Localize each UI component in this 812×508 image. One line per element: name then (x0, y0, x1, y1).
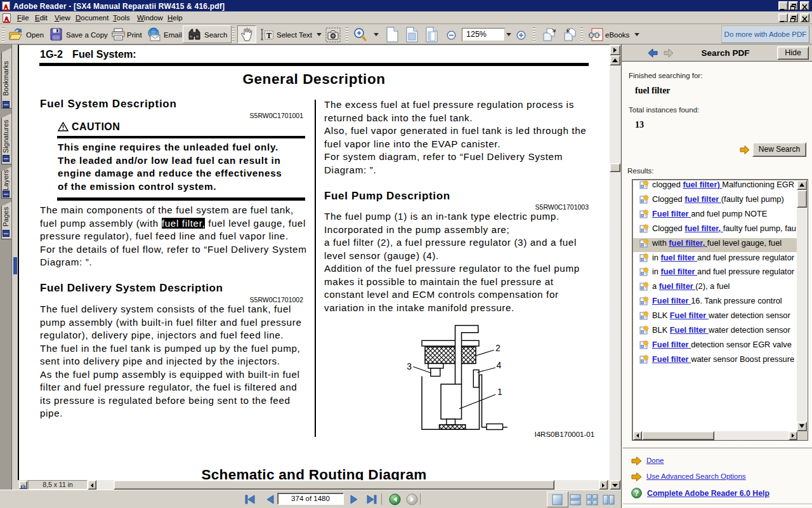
svg-text:4: 4 (497, 360, 502, 370)
svg-text:I4RS0B170001-01: I4RS0B170001-01 (535, 431, 595, 438)
svg-text:3: 3 (407, 361, 412, 371)
svg-text:T: T (266, 31, 272, 40)
svg-text:1: 1 (497, 387, 502, 397)
svg-text:2: 2 (495, 343, 501, 353)
svg-text:?: ? (634, 489, 639, 498)
